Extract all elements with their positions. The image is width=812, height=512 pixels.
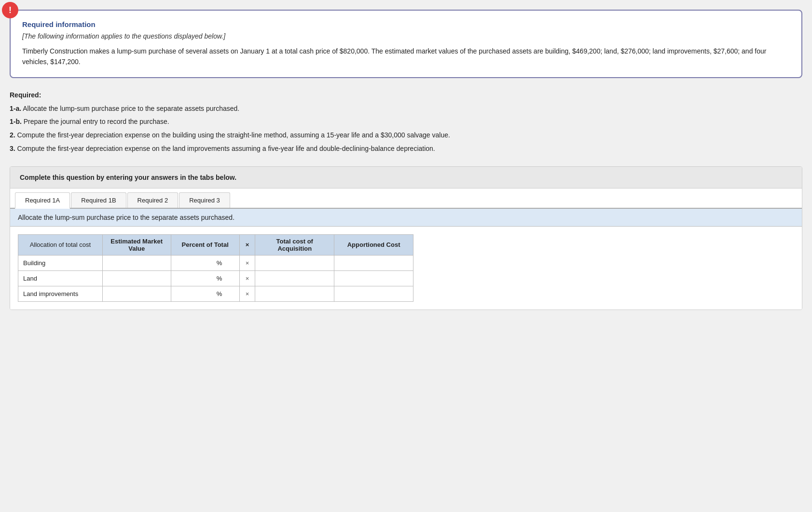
pct-total-land-improvements-input[interactable] [176, 289, 215, 298]
col-header-est: Estimated Market Value [102, 234, 171, 255]
est-market-value-land[interactable] [102, 270, 171, 286]
est-market-value-land-improvements[interactable] [102, 286, 171, 301]
est-market-value-land-improvements-input[interactable] [108, 289, 166, 298]
label-land-improvements: Land improvements [18, 286, 103, 301]
allocate-label: Allocate the lump-sum purchase price to … [10, 209, 802, 227]
est-market-value-building-input[interactable] [108, 258, 166, 268]
col-header-apport: Apportioned Cost [334, 234, 413, 255]
tab-required-1a[interactable]: Required 1A [15, 192, 70, 209]
apportioned-cost-building-input[interactable] [339, 258, 408, 268]
total-cost-building[interactable] [255, 255, 334, 270]
required-heading: Required: [10, 91, 41, 99]
x-symbol-land: × [239, 270, 255, 286]
total-cost-land-improvements-input[interactable] [260, 289, 329, 298]
total-cost-land-improvements[interactable] [255, 286, 334, 301]
est-market-value-building[interactable] [102, 255, 171, 270]
est-market-value-land-input[interactable] [108, 274, 166, 283]
table-row-land-improvements: Land improvements % × [18, 286, 413, 301]
table-row-land: Land % × [18, 270, 413, 286]
allocation-table: Allocation of total cost Estimated Marke… [18, 234, 413, 302]
alert-icon: ! [2, 2, 18, 18]
question-header: Complete this question by entering your … [10, 167, 802, 189]
pct-total-land-improvements[interactable]: % [171, 286, 239, 301]
info-body: Timberly Construction makes a lump-sum p… [22, 46, 790, 67]
total-cost-land-input[interactable] [260, 274, 329, 283]
pct-symbol-land-improvements: % [217, 290, 222, 297]
total-cost-building-input[interactable] [260, 258, 329, 268]
pct-total-land-input[interactable] [176, 274, 215, 283]
apportioned-cost-building[interactable] [334, 255, 413, 270]
info-subtitle: [The following information applies to th… [22, 32, 790, 40]
col-header-total: Total cost of Acquisition [255, 234, 334, 255]
table-container: Allocation of total cost Estimated Marke… [10, 227, 802, 310]
pct-symbol-building: % [217, 259, 222, 267]
tab-required-3[interactable]: Required 3 [179, 192, 230, 208]
question-box: Complete this question by entering your … [10, 166, 802, 310]
required-item-3: 3. Compute the first-year depreciation e… [10, 143, 802, 155]
col-header-pct: Percent of Total [171, 234, 239, 255]
apportioned-cost-land-input[interactable] [339, 274, 408, 283]
tab-required-2[interactable]: Required 2 [127, 192, 179, 208]
info-box: ! Required information [The following in… [10, 10, 802, 78]
required-item-1a: 1-a. Allocate the lump-sum purchase pric… [10, 103, 802, 115]
pct-total-building-input[interactable] [176, 258, 215, 268]
col-header-alloc: Allocation of total cost [18, 234, 103, 255]
pct-symbol-land: % [217, 275, 222, 282]
required-section: Required: 1-a. Allocate the lump-sum pur… [10, 90, 802, 155]
pct-total-land[interactable]: % [171, 270, 239, 286]
tab-required-1b[interactable]: Required 1B [71, 192, 126, 208]
x-symbol-land-improvements: × [239, 286, 255, 301]
required-item-2: 2. Compute the first-year depreciation e… [10, 130, 802, 141]
total-cost-land[interactable] [255, 270, 334, 286]
col-header-x: × [239, 234, 255, 255]
required-item-1b: 1-b. Prepare the journal entry to record… [10, 116, 802, 128]
tabs-row: Required 1A Required 1B Required 2 Requi… [10, 189, 802, 209]
pct-total-building[interactable]: % [171, 255, 239, 270]
label-building: Building [18, 255, 103, 270]
label-land: Land [18, 270, 103, 286]
required-info-title: Required information [22, 20, 790, 28]
apportioned-cost-land-improvements[interactable] [334, 286, 413, 301]
apportioned-cost-land-improvements-input[interactable] [339, 289, 408, 298]
apportioned-cost-land[interactable] [334, 270, 413, 286]
x-symbol-building: × [239, 255, 255, 270]
table-row-building: Building % × [18, 255, 413, 270]
